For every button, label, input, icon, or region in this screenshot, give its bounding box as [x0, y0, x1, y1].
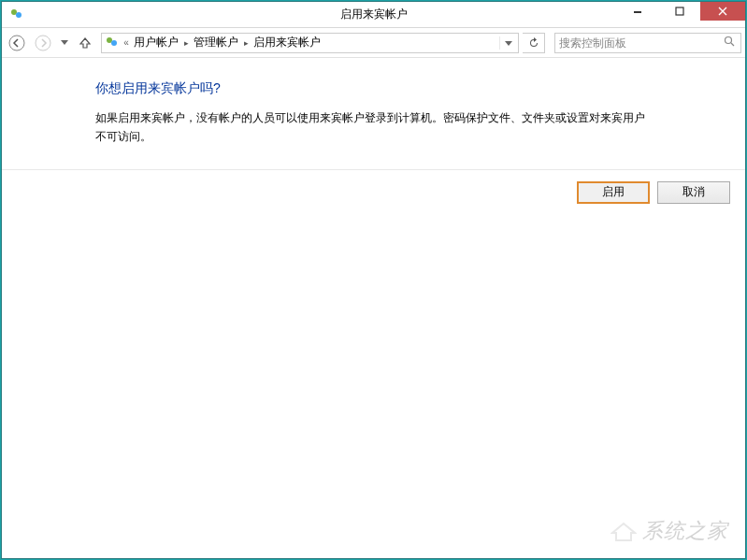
breadcrumb-item-2[interactable]: 启用来宾帐户 — [251, 35, 323, 50]
minimize-button[interactable] — [616, 2, 658, 21]
cancel-button[interactable]: 取消 — [657, 181, 730, 204]
breadcrumb-dropdown[interactable] — [499, 36, 516, 50]
svg-point-8 — [725, 37, 732, 44]
svg-rect-2 — [634, 11, 641, 13]
search-icon — [722, 36, 737, 50]
svg-point-1 — [16, 12, 22, 18]
page-description: 如果启用来宾帐户，没有帐户的人员可以使用来宾帐户登录到计算机。密码保护文件、文件… — [95, 108, 652, 147]
svg-point-5 — [36, 36, 50, 50]
refresh-button[interactable] — [523, 33, 545, 53]
window-controls — [616, 2, 745, 27]
breadcrumb-prefix: « — [121, 37, 132, 48]
breadcrumb[interactable]: « 用户帐户 ▸ 管理帐户 ▸ 启用来宾帐户 — [101, 33, 519, 53]
window-title: 启用来宾帐户 — [340, 7, 408, 22]
action-row: 启用 取消 — [2, 169, 745, 215]
back-button[interactable] — [6, 32, 28, 54]
svg-point-6 — [107, 37, 112, 43]
search-box[interactable] — [554, 33, 741, 53]
svg-line-9 — [731, 43, 734, 46]
app-icon — [9, 7, 24, 22]
up-button[interactable] — [75, 33, 95, 53]
window-frame: 启用来宾帐户 — [1, 1, 746, 559]
page-heading: 你想启用来宾帐户吗? — [95, 80, 652, 97]
maximize-button[interactable] — [658, 2, 700, 21]
svg-point-4 — [9, 36, 24, 50]
enable-button[interactable]: 启用 — [577, 181, 650, 204]
forward-button[interactable] — [32, 32, 54, 54]
users-icon — [104, 36, 121, 50]
history-dropdown[interactable] — [58, 40, 71, 46]
close-button[interactable] — [700, 2, 745, 21]
search-input[interactable] — [559, 36, 722, 50]
chevron-right-icon: ▸ — [180, 38, 192, 48]
titlebar: 启用来宾帐户 — [2, 2, 745, 28]
svg-rect-3 — [676, 7, 683, 15]
breadcrumb-item-1[interactable]: 管理帐户 — [192, 35, 240, 50]
navbar: « 用户帐户 ▸ 管理帐户 ▸ 启用来宾帐户 — [2, 28, 745, 58]
breadcrumb-item-0[interactable]: 用户帐户 — [132, 35, 180, 50]
content-area: 你想启用来宾帐户吗? 如果启用来宾帐户，没有帐户的人员可以使用来宾帐户登录到计算… — [2, 58, 745, 558]
svg-point-7 — [111, 40, 117, 46]
svg-point-0 — [11, 9, 17, 15]
chevron-right-icon: ▸ — [240, 38, 251, 48]
